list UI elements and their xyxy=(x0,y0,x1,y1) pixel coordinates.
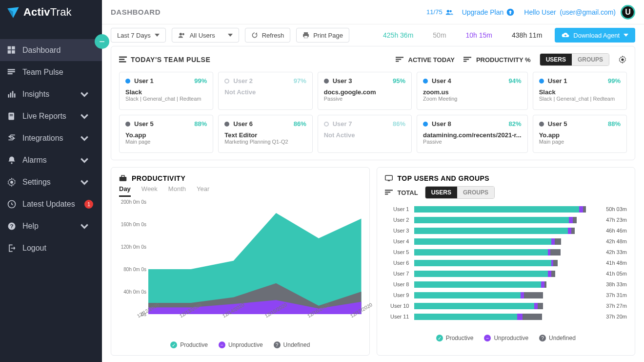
pulse-cell[interactable]: User 297%Not Active xyxy=(218,72,312,110)
pulse-cell[interactable]: User 588%Yo.appMain page xyxy=(533,115,627,153)
sidebar-item-alarms[interactable]: Alarms xyxy=(0,149,102,171)
svg-point-38 xyxy=(621,58,624,61)
top-user-row[interactable]: User 442h 48m xyxy=(385,236,627,247)
svg-rect-4 xyxy=(8,50,11,54)
productivity-tab-month[interactable]: Month xyxy=(168,185,186,197)
top-user-row[interactable]: User 247h 23m xyxy=(385,214,627,225)
pulse-user-name: User 5 xyxy=(134,120,154,128)
license-count[interactable]: 11/75 xyxy=(426,8,453,16)
download-agent-button[interactable]: Download Agent xyxy=(555,28,635,43)
top-user-row[interactable]: User 937h 31m xyxy=(385,290,627,300)
top-user-row[interactable]: User 150h 03m xyxy=(385,204,627,214)
nav-icon xyxy=(7,89,17,99)
sidebar-item-integrations[interactable]: Integrations xyxy=(0,127,102,149)
productivity-tab-year[interactable]: Year xyxy=(197,185,209,197)
bar-track xyxy=(414,249,593,256)
sidebar-item-live-reports[interactable]: Live Reports xyxy=(0,105,102,127)
sidebar-item-logout[interactable]: Logout xyxy=(0,237,102,259)
upgrade-icon xyxy=(506,8,514,16)
page-title: DASHBOARD xyxy=(111,8,161,16)
bar-track xyxy=(414,228,593,234)
bar-name: User 8 xyxy=(385,281,409,287)
svg-point-24 xyxy=(179,33,181,35)
sidebar-item-latest-updates[interactable]: Latest Updates1 xyxy=(0,193,102,215)
top-user-row[interactable]: User 838h 33m xyxy=(385,279,627,290)
topusers-segment[interactable]: USERS GROUPS xyxy=(425,186,495,199)
date-range-dropdown[interactable]: Last 7 Days xyxy=(111,28,166,43)
productivity-tab-week[interactable]: Week xyxy=(141,185,158,197)
status-dot xyxy=(423,79,428,84)
productivity-tab-day[interactable]: Day xyxy=(119,185,131,197)
print-button[interactable]: Print Page xyxy=(296,28,349,43)
pulse-user-name: User 4 xyxy=(432,77,451,85)
svg-rect-35 xyxy=(463,57,471,58)
user-greeting[interactable]: Hello User (user@gmail.com) xyxy=(524,8,616,16)
avatar[interactable]: U xyxy=(621,5,635,20)
pulse-sub: Zoom Meeting xyxy=(423,96,522,102)
sidebar-item-help[interactable]: ?Help xyxy=(0,215,102,237)
pulse-user-pct: 94% xyxy=(509,77,522,85)
svg-rect-3 xyxy=(12,46,15,49)
top-user-row[interactable]: User 542h 33m xyxy=(385,247,627,257)
pulse-user-name: User 6 xyxy=(233,120,253,128)
active-today-sort[interactable]: ACTIVE TODAY xyxy=(396,56,455,64)
status-dot xyxy=(539,122,544,127)
svg-rect-37 xyxy=(463,61,466,62)
pulse-user-name: User 5 xyxy=(548,120,567,128)
top-user-row[interactable]: User 741h 05m xyxy=(385,268,627,279)
bar-name: User 1 xyxy=(385,206,409,212)
sidebar-item-dashboard[interactable]: Dashboard xyxy=(0,39,102,61)
upgrade-plan-link[interactable]: Upgrade Plan xyxy=(462,8,515,16)
pulse-cell[interactable]: User 494%zoom.usZoom Meeting xyxy=(417,72,528,110)
svg-rect-10 xyxy=(10,92,12,97)
refresh-button[interactable]: Refresh xyxy=(245,28,291,43)
pulse-cell[interactable]: User 882%datamining.com/recents/2021-r..… xyxy=(417,115,528,153)
svg-rect-33 xyxy=(396,59,401,60)
nav-icon xyxy=(7,155,17,165)
gear-icon[interactable] xyxy=(618,55,627,64)
pulse-cell[interactable]: User 786%Not Active xyxy=(318,115,412,153)
pulse-user-pct: 88% xyxy=(194,120,207,128)
sort-icon xyxy=(385,190,393,195)
pulse-user-pct: 82% xyxy=(509,120,522,128)
pulse-sub: Slack | General_chat | Redteam xyxy=(125,96,207,102)
top-user-row[interactable]: User 346h 46m xyxy=(385,225,627,236)
svg-rect-2 xyxy=(8,46,11,49)
svg-point-22 xyxy=(449,10,451,12)
bar-value: 41h 48m xyxy=(598,260,627,266)
productivity-pct-sort[interactable]: PRODUCTIVITY % xyxy=(463,56,531,64)
productivity-chart: 0s40h 0m 0s80h 0m 0s120h 0m 0s160h 0m 0s… xyxy=(119,202,362,329)
refresh-icon xyxy=(251,32,258,39)
pulse-user-pct: 86% xyxy=(294,120,306,128)
pulse-sub: Main page xyxy=(539,139,621,145)
collapse-sidebar-button[interactable]: − xyxy=(95,34,109,49)
bar-track xyxy=(414,260,593,266)
sidebar-item-team-pulse[interactable]: Team Pulse xyxy=(0,61,102,83)
bar-name: User 3 xyxy=(385,228,409,234)
users-groups-segment[interactable]: USERS GROUPS xyxy=(540,53,609,66)
svg-rect-32 xyxy=(396,57,403,58)
svg-rect-6 xyxy=(8,69,15,70)
sidebar-item-settings[interactable]: Settings xyxy=(0,171,102,193)
bar-track xyxy=(414,314,593,320)
pulse-user-name: User 1 xyxy=(548,77,567,85)
top-user-row[interactable]: User 641h 48m xyxy=(385,257,627,268)
pulse-user-pct: 86% xyxy=(393,120,405,128)
nav-label: Team Pulse xyxy=(22,68,63,77)
bar-value: 37h 20m xyxy=(598,314,627,319)
user-filter-dropdown[interactable]: All Users xyxy=(172,28,239,43)
sidebar-item-insights[interactable]: Insights xyxy=(0,83,102,105)
logo-icon xyxy=(7,6,20,19)
pulse-cell[interactable]: User 395%docs.google.comPassive xyxy=(318,72,412,110)
topusers-sort[interactable]: TOTAL xyxy=(385,189,418,196)
pulse-sub: Slack | General_chat | Redteam xyxy=(539,96,621,102)
bar-value: 42h 48m xyxy=(598,238,627,244)
svg-rect-11 xyxy=(12,91,14,97)
pulse-cell[interactable]: User 686%Text EditorMarketing Planning Q… xyxy=(218,115,312,153)
top-user-row[interactable]: User 1137h 20m xyxy=(385,311,627,322)
top-user-row[interactable]: User 1037h 27m xyxy=(385,300,627,311)
svg-rect-45 xyxy=(385,193,388,194)
pulse-cell[interactable]: User 199%SlackSlack | General_chat | Red… xyxy=(533,72,627,110)
pulse-cell[interactable]: User 199%SlackSlack | General_chat | Red… xyxy=(119,72,213,110)
pulse-cell[interactable]: User 588%Yo.appMain page xyxy=(119,115,213,153)
